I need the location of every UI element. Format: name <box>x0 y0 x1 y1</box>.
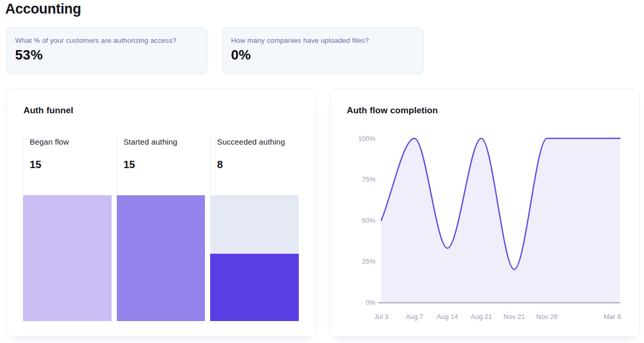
funnel-bar-fill <box>23 195 112 321</box>
stat-question: How many companies have uploaded files? <box>231 37 415 44</box>
funnel-step-value: 15 <box>30 159 112 171</box>
x-axis-label: Aug 7 <box>406 313 423 321</box>
x-axis-label: Aug 14 <box>436 313 458 321</box>
x-axis-label: Jul 3 <box>374 313 388 321</box>
funnel-bar-fill <box>210 254 299 321</box>
funnel-title: Auth funnel <box>23 105 74 116</box>
funnel-step-label: Succeeded authing <box>217 137 299 146</box>
stat-card-uploaded-files: How many companies have uploaded files? … <box>222 27 423 74</box>
funnel-column-began-flow: Began flow 15 <box>23 135 112 321</box>
stat-value: 53% <box>15 47 199 63</box>
y-axis-label: 50% <box>362 217 375 224</box>
funnel-columns: Began flow 15 Started authing 15 Succeed… <box>23 135 299 321</box>
stat-value: 0% <box>231 47 415 63</box>
funnel-bar-track <box>117 195 205 321</box>
auth-funnel-card: Auth funnel Began flow 15 Started authin… <box>6 89 317 337</box>
x-axis-label: Nov 21 <box>504 313 525 321</box>
funnel-step-label: Began flow <box>30 137 112 146</box>
funnel-bar-track <box>210 195 299 321</box>
funnel-bar-fill <box>117 195 205 321</box>
y-axis-label: 0% <box>366 299 375 306</box>
funnel-bar-track <box>23 195 112 321</box>
stat-card-auth-percent: What % of your customers are authorizing… <box>6 27 208 74</box>
funnel-step-value: 15 <box>124 159 205 171</box>
page-title: Accounting <box>5 1 81 17</box>
funnel-column-started-authing: Started authing 15 <box>117 135 205 321</box>
stat-question: What % of your customers are authorizing… <box>15 37 199 44</box>
y-axis-label: 100% <box>358 135 376 143</box>
funnel-column-succeeded-authing: Succeeded authing 8 <box>210 135 299 321</box>
funnel-step-value: 8 <box>217 159 299 171</box>
y-axis-label: 25% <box>362 257 375 265</box>
auth-flow-completion-card: Auth flow completion 100%75%50%25%0%Jul … <box>330 89 640 337</box>
y-axis-label: 75% <box>362 175 375 183</box>
x-axis-label: Mar 6 <box>604 313 621 321</box>
x-axis-label: Aug 21 <box>470 313 492 321</box>
x-axis-label: Nov 28 <box>536 313 557 321</box>
completion-chart: 100%75%50%25%0%Jul 3Aug 7Aug 14Aug 21Nov… <box>330 89 640 337</box>
funnel-step-label: Started authing <box>124 137 205 146</box>
